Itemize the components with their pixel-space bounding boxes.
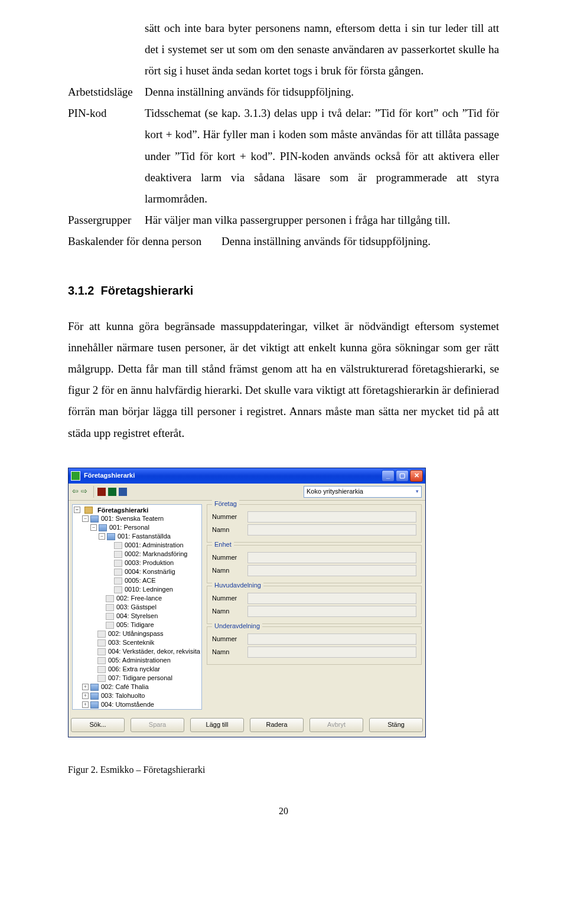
s-k--button[interactable]: Sök... <box>71 718 125 732</box>
tree-node-label: 006: Extra nycklar <box>108 665 160 673</box>
expand-icon[interactable]: + <box>82 693 89 699</box>
namn-input[interactable] <box>247 524 416 536</box>
page-number: 20 <box>68 802 499 820</box>
form-pane: FöretagNummerNamnEnhetNummerNamnHuvudavd… <box>207 504 422 665</box>
folder-icon <box>90 701 99 708</box>
continuation-paragraph: sätt och inte bara byter personens namn,… <box>145 18 499 81</box>
term-baskalender: Baskalender för denna person <box>68 231 221 252</box>
tree-node[interactable]: 005: Administrationen <box>74 656 200 665</box>
nav-back-icon[interactable]: ⇦ <box>72 487 79 496</box>
tree-root[interactable]: − Företagshierarki <box>74 507 200 514</box>
nummer-input[interactable] <box>247 593 416 604</box>
term-arbetstidslage: Arbetstidsläge <box>68 81 145 103</box>
namn-input[interactable] <box>247 565 416 576</box>
tree-pane[interactable]: − Företagshierarki −001: Svenska Teatern… <box>72 504 202 710</box>
tree-node[interactable]: +004: Utomstående <box>74 700 200 709</box>
tree-node[interactable]: 0003: Produktion <box>74 559 200 567</box>
st-ng-button[interactable]: Stäng <box>369 718 423 732</box>
field-label: Namn <box>212 526 247 534</box>
body-paragraph: För att kunna göra begränsade massuppdat… <box>68 316 499 444</box>
folder-icon <box>90 515 99 523</box>
tree-node[interactable]: −001: Svenska Teatern <box>74 514 200 523</box>
chevron-down-icon: ▾ <box>416 488 419 494</box>
radera-button[interactable]: Radera <box>250 718 304 732</box>
app-icon <box>71 471 80 481</box>
term-pin: PIN-kod <box>68 103 145 209</box>
twist-spacer <box>99 613 104 619</box>
twist-spacer <box>107 578 112 583</box>
scope-combobox[interactable]: Koko yrityshierarkia ▾ <box>304 486 422 498</box>
tree-node[interactable]: 002: Free-lance <box>74 594 200 603</box>
tree-node-label: 007: Tidigare personal <box>108 674 172 682</box>
tree-node[interactable]: +002: Café Thalia <box>74 683 200 691</box>
text-pin: Tidsschemat (se kap. 3.1.3) delas upp i … <box>145 103 499 209</box>
figure-caption: Figur 2. Esmikko – Företagshierarki <box>68 761 499 779</box>
field-label: Nummer <box>212 554 247 561</box>
twist-spacer <box>90 675 96 681</box>
nummer-input[interactable] <box>247 634 416 645</box>
tree-node[interactable]: 0005: ACE <box>74 576 200 585</box>
item-icon <box>114 586 122 593</box>
spara-button: Spara <box>131 718 184 732</box>
tree-node[interactable]: 005: Tidigare <box>74 621 200 629</box>
nummer-input[interactable] <box>247 511 416 523</box>
tree-node[interactable]: 004: Verkstäder, dekor, rekvisita <box>74 647 200 656</box>
nav-fwd-icon[interactable]: ⇨ <box>81 487 87 496</box>
tree-node-label: 005: Administrationen <box>108 657 171 664</box>
toolbar-icon-1[interactable] <box>97 488 106 496</box>
toolbar-icon-3[interactable] <box>119 488 127 496</box>
tree-node[interactable]: +003: Talohuolto <box>74 691 200 700</box>
folder-icon <box>90 684 99 691</box>
tree-node-label: 0010: Ledningen <box>125 586 173 593</box>
toolbar-icon-2[interactable] <box>108 488 116 496</box>
tree-node-label: 0003: Produktion <box>125 559 174 567</box>
field-label: Namn <box>212 648 247 656</box>
tree-node[interactable]: 003: Scenteknik <box>74 638 200 647</box>
combo-value: Koko yrityshierarkia <box>307 488 363 495</box>
definition-list: sätt och inte bara byter personens namn,… <box>68 18 499 252</box>
folder-icon <box>84 507 93 514</box>
namn-input[interactable] <box>247 606 416 617</box>
titlebar[interactable]: Företagshierarki _ ▢ ✕ <box>69 468 425 484</box>
field-label: Nummer <box>212 595 247 602</box>
avbryt-button: Avbryt <box>309 718 363 732</box>
tree-node[interactable]: 0001: Administration <box>74 541 200 550</box>
tree-node[interactable]: 0004: Konstnärlig <box>74 567 200 576</box>
section-title: Företagshierarki <box>101 284 194 297</box>
tree-node[interactable]: 007: Tidigare personal <box>74 674 200 683</box>
tree-node-label: 005: Tidigare <box>116 621 154 629</box>
expand-icon[interactable]: + <box>82 701 89 708</box>
tree-node[interactable]: 004: Styrelsen <box>74 612 200 621</box>
item-icon <box>97 631 106 638</box>
namn-input[interactable] <box>247 647 416 658</box>
collapse-icon[interactable]: − <box>90 524 97 531</box>
tree-node[interactable]: −001: Fastanställda <box>74 532 200 541</box>
collapse-icon[interactable]: − <box>82 515 89 522</box>
tree-node-label: 003: Scenteknik <box>108 639 154 647</box>
expand-icon[interactable]: + <box>82 684 89 690</box>
twist-spacer <box>107 551 112 557</box>
minimize-button[interactable]: _ <box>382 470 395 482</box>
item-icon <box>97 675 106 682</box>
tree-node[interactable]: 003: Gästspel <box>74 603 200 612</box>
nummer-input[interactable] <box>247 552 416 563</box>
section-heading: 3.1.2 Företagshierarki <box>68 279 499 302</box>
tree-node[interactable]: 0010: Ledningen <box>74 585 200 594</box>
tree-node-label: 003: Talohuolto <box>101 692 145 700</box>
close-button[interactable]: ✕ <box>410 470 423 482</box>
collapse-icon[interactable]: − <box>74 507 80 513</box>
twist-spacer <box>99 605 104 610</box>
maximize-button[interactable]: ▢ <box>396 470 409 482</box>
tree-node[interactable]: 006: Extra nycklar <box>74 665 200 674</box>
tree-node[interactable]: 002: Utlåningspass <box>74 629 200 638</box>
folder-icon <box>90 693 99 700</box>
twist-spacer <box>107 560 112 566</box>
tree-node[interactable]: 0002: Marknadsföring <box>74 550 200 559</box>
twist-spacer <box>90 658 96 663</box>
twist-spacer <box>90 631 96 636</box>
collapse-icon[interactable]: − <box>99 533 105 540</box>
l-gg-till-button[interactable]: Lägg till <box>190 718 244 732</box>
item-icon <box>97 666 106 673</box>
tree-node[interactable]: −001: Personal <box>74 523 200 532</box>
item-icon <box>114 551 122 558</box>
